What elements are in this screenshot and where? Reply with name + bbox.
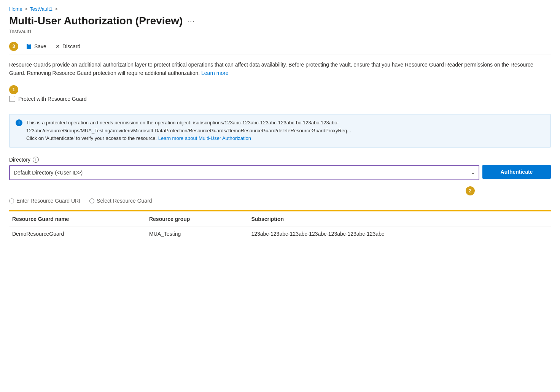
info-icon: i (16, 119, 22, 126)
save-button[interactable]: Save (24, 42, 48, 51)
more-options-icon[interactable]: ··· (187, 17, 195, 25)
learn-more-link[interactable]: Learn more (201, 70, 229, 76)
description-text: Resource Guards provide an additional au… (9, 60, 551, 78)
cell-resource-group: MUA_Testing (146, 227, 248, 241)
cell-subscription: 123abc-123abc-123abc-123abc-123abc-123ab… (248, 227, 551, 241)
col-header-name: Resource Guard name (9, 211, 146, 227)
table-row: DemoResourceGuard MUA_Testing 123abc-123… (9, 227, 551, 241)
svg-rect-0 (27, 46, 31, 49)
radio-select-guard[interactable]: Select Resource Guard (89, 198, 152, 204)
directory-select-wrapper: Default Directory (<User ID>) ⌄ (9, 165, 479, 180)
radio-enter-uri[interactable]: Enter Resource Guard URI (9, 198, 80, 204)
resource-guard-table: Resource Guard name Resource group Subsc… (9, 211, 551, 241)
toolbar-badge-wrapper: 3 (9, 42, 18, 51)
radio-enter-uri-label: Enter Resource Guard URI (16, 198, 80, 204)
discard-button[interactable]: ✕ Discard (54, 42, 82, 51)
breadcrumb-sep1: > (25, 6, 28, 12)
cell-guard-name: DemoResourceGuard (9, 227, 146, 241)
directory-select[interactable]: Default Directory (<User ID>) (10, 166, 479, 179)
step-badge-1: 1 (9, 85, 18, 94)
breadcrumb-sep2: > (55, 6, 58, 12)
radio-row: Enter Resource Guard URI Select Resource… (9, 198, 551, 204)
step-badge-3: 3 (9, 42, 18, 51)
save-label: Save (34, 43, 46, 49)
page-subtitle: TestVault1 (9, 29, 551, 34)
directory-info-icon[interactable]: i (33, 157, 39, 163)
breadcrumb: Home > TestVault1 > (9, 6, 551, 12)
page-title: Multi-User Authorization (Preview) (9, 15, 183, 27)
save-icon (26, 43, 32, 49)
checkbox-row: Protect with Resource Guard (9, 96, 551, 102)
directory-row: Default Directory (<User ID>) ⌄ Authenti… (9, 165, 551, 180)
svg-rect-1 (28, 44, 30, 45)
table-body: DemoResourceGuard MUA_Testing 123abc-123… (9, 227, 551, 241)
radio-select-guard-label: Select Resource Guard (97, 198, 152, 204)
breadcrumb-vault[interactable]: TestVault1 (30, 6, 52, 12)
protect-checkbox[interactable] (9, 96, 15, 102)
table-section: Resource Guard name Resource group Subsc… (9, 210, 551, 241)
radio-enter-uri-input[interactable] (9, 198, 14, 203)
authenticate-button[interactable]: Authenticate (482, 165, 551, 179)
protect-checkbox-label[interactable]: Protect with Resource Guard (18, 96, 87, 102)
directory-label: Directory i (9, 157, 551, 163)
breadcrumb-home[interactable]: Home (9, 6, 22, 12)
table-header: Resource Guard name Resource group Subsc… (9, 211, 551, 227)
discard-label: Discard (62, 43, 80, 49)
directory-section: Directory i Default Directory (<User ID>… (9, 157, 551, 180)
col-header-subscription: Subscription (248, 211, 551, 227)
toolbar: 3 Save ✕ Discard (9, 39, 551, 54)
discard-x-icon: ✕ (56, 43, 60, 49)
info-text: This is a protected operation and needs … (26, 119, 544, 143)
mua-learn-more-link[interactable]: Learn more about Multi-User Authorizatio… (158, 135, 251, 141)
table-container: Resource Guard name Resource group Subsc… (9, 211, 551, 241)
page-title-row: Multi-User Authorization (Preview) ··· (9, 15, 551, 27)
radio-select-guard-input[interactable] (89, 198, 94, 203)
info-box: i This is a protected operation and need… (9, 114, 551, 148)
col-header-resource-group: Resource group (146, 211, 248, 227)
step-badge-2: 2 (466, 186, 475, 195)
